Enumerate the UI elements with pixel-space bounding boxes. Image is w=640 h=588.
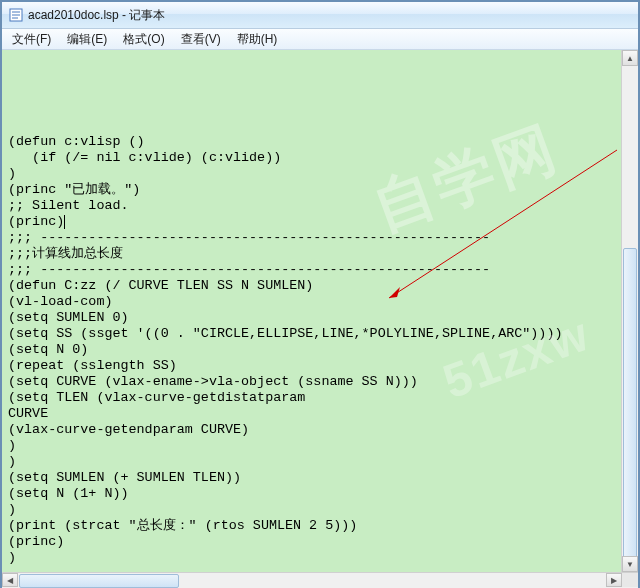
menubar: 文件(F) 编辑(E) 格式(O) 查看(V) 帮助(H) [2, 29, 638, 50]
editor-line: ;;; ------------------------------------… [8, 230, 616, 246]
editor-line: (print (strcat "总长度：" (rtos SUMLEN 2 5))… [8, 518, 616, 534]
editor-line: ) [8, 502, 616, 518]
text-caret [64, 215, 65, 229]
editor-line: (setq CURVE (vlax-ename->vla-object (ssn… [8, 374, 616, 390]
editor-line: (princ "已加载。") [8, 182, 616, 198]
horizontal-scrollbar-thumb[interactable] [19, 574, 179, 588]
editor[interactable]: 自学网 51zxw (defun c:vlisp () (if (/= nil … [2, 50, 622, 572]
editor-line: (if (/= nil c:vlide) (c:vlide)) [8, 150, 616, 166]
editor-line: ) [8, 166, 616, 182]
menu-view[interactable]: 查看(V) [173, 29, 229, 50]
scroll-left-button[interactable]: ◀ [2, 573, 18, 587]
editor-line: (setq SS (ssget '((0 . "CIRCLE,ELLIPSE,L… [8, 326, 616, 342]
editor-line: (setq N (1+ N)) [8, 486, 616, 502]
scrollbar-corner [622, 573, 638, 587]
scroll-down-button[interactable]: ▼ [622, 556, 638, 572]
vertical-scrollbar[interactable]: ▲ ▼ [621, 50, 638, 572]
menu-edit[interactable]: 编辑(E) [59, 29, 115, 50]
editor-line: ;;; ------------------------------------… [8, 262, 616, 278]
editor-line: ) [8, 550, 616, 566]
window: acad2010doc.lsp - 记事本 文件(F) 编辑(E) 格式(O) … [0, 0, 640, 588]
horizontal-scrollbar[interactable]: ◀ ▶ [2, 572, 638, 588]
editor-line: CURVE [8, 406, 616, 422]
content-area: 自学网 51zxw (defun c:vlisp () (if (/= nil … [2, 50, 638, 572]
editor-line: (setq SUMLEN 0) [8, 310, 616, 326]
editor-line: (setq TLEN (vlax-curve-getdistatparam [8, 390, 616, 406]
notepad-icon [8, 7, 24, 23]
editor-line: ) [8, 454, 616, 470]
menu-help[interactable]: 帮助(H) [229, 29, 286, 50]
editor-line: ;;;计算线加总长度 [8, 246, 616, 262]
editor-line: (setq SUMLEN (+ SUMLEN TLEN)) [8, 470, 616, 486]
titlebar: acad2010doc.lsp - 记事本 [2, 2, 638, 29]
editor-line: ) [8, 438, 616, 454]
editor-line: (princ) [8, 214, 616, 230]
editor-line: (princ) [8, 534, 616, 550]
editor-line: (setq N 0) [8, 342, 616, 358]
scroll-right-button[interactable]: ▶ [606, 573, 622, 587]
editor-line: (vl-load-com) [8, 294, 616, 310]
menu-file[interactable]: 文件(F) [4, 29, 59, 50]
editor-line: (vlax-curve-getendparam CURVE) [8, 422, 616, 438]
editor-line: ;; Silent load. [8, 198, 616, 214]
editor-line: (repeat (sslength SS) [8, 358, 616, 374]
editor-line: (defun C:zz (/ CURVE TLEN SS N SUMLEN) [8, 278, 616, 294]
editor-line: (defun c:vlisp () [8, 134, 616, 150]
window-title: acad2010doc.lsp - 记事本 [28, 7, 165, 24]
vertical-scrollbar-thumb[interactable] [623, 248, 637, 558]
menu-format[interactable]: 格式(O) [115, 29, 172, 50]
scroll-up-button[interactable]: ▲ [622, 50, 638, 66]
